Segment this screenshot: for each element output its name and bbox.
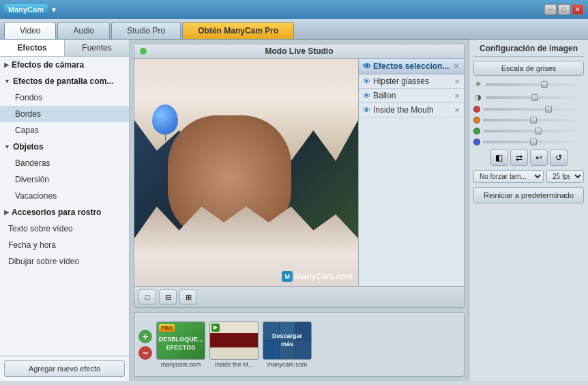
video-preview[interactable]: M ManyCam.com [134,59,358,286]
teeth-bot-thumb [210,347,258,358]
orange-track[interactable] [483,119,584,122]
tab-pro[interactable]: Obtén ManyCam Pro [182,22,294,39]
blue-dot [473,139,480,145]
brightness-track[interactable] [486,83,584,86]
effects-panel-header: 👁 Efectos seleccion... ✕ [359,59,464,74]
title-bar: ManyCam ▼ — □ ✕ [0,0,588,19]
effects-panel: 👁 Efectos seleccion... ✕ 👁 Hipster glass… [358,59,464,286]
ctrl-btn-single[interactable]: □ [138,289,156,304]
effect-item-ballon: 👁 Ballon ✕ [359,89,464,103]
green-thumb[interactable] [535,128,542,134]
ctrl-btn-grid[interactable]: ⊞ [179,289,197,304]
watermark-icon: M [282,271,293,282]
effects-list: 👁 Hipster glasses ✕ 👁 Ballon ✕ [359,74,464,286]
thumb-label-pro: manycam.com [161,361,201,368]
watermark: M ManyCam.com [282,271,353,282]
maximize-button[interactable]: □ [558,4,570,15]
video-preview-image: M ManyCam.com [134,59,358,286]
thumb-img-download: Descargarmás [263,322,312,360]
effect-item-left-3: 👁 Inside the Mouth [363,105,434,115]
effect-remove-ballon[interactable]: ✕ [454,92,460,100]
effect-remove-mouth[interactable]: ✕ [454,106,460,114]
sidebar-item-banderas[interactable]: Banderas [0,155,129,171]
contrast-icon: ◑ [473,93,483,102]
sidebar-item-vacaciones[interactable]: Vacaciones [0,188,129,204]
body-area: Efectos Fuentes ▶ Efectos de cámara ▼ Ef… [0,40,588,381]
flip-v-button[interactable]: ⇄ [510,149,528,166]
red-track[interactable] [483,108,584,111]
sidebar-item-fecha[interactable]: Fecha y hora [0,237,129,253]
rotate-cw-button[interactable]: ↩ [530,149,548,166]
sidebar-item-fondos[interactable]: Fondos [0,89,129,106]
thumb-add-button[interactable]: + [138,330,152,343]
flip-h-button[interactable]: ◧ [490,149,508,166]
eye-icon: 👁 [363,61,371,71]
main-content: Modo Live Studio [130,40,469,381]
thumb-item-download[interactable]: Descargarmás manycam.com [263,322,312,368]
thumb-item-mouth[interactable]: ▶ Inside the M... [209,322,259,368]
rotate-ccw-button[interactable]: ↺ [550,149,568,166]
slider-green [473,128,584,134]
close-button[interactable]: ✕ [572,4,584,15]
thumb-remove-button[interactable]: − [138,346,152,360]
video-body: M ManyCam.com 👁 Efectos seleccion... ✕ [134,59,464,286]
effects-panel-close[interactable]: ✕ [453,61,460,71]
thumb-play-icon: ▶ [211,324,220,332]
fps-dropdown[interactable]: 25 fps [546,170,584,183]
sidebar-footer: Agregar nuevo efecto [0,356,129,381]
video-controls: □ ⊟ ⊞ [134,286,464,307]
triangle-icon-3: ▼ [4,143,10,150]
thumb-label-download: manycam.com [267,361,308,368]
add-effect-button[interactable]: Agregar nuevo efecto [4,360,125,377]
minimize-button[interactable]: — [544,4,557,15]
eye-icon-mouth[interactable]: 👁 [363,106,370,114]
sidebar-item-objects[interactable]: ▼ Objetos [0,139,129,155]
orange-thumb[interactable] [530,117,537,124]
thumb-item-pro[interactable]: PRO DESBLOQUE...EFECTOS manycam.com [156,322,205,368]
red-thumb[interactable] [545,106,552,113]
sidebar-tab-fuentes[interactable]: Fuentes [65,40,129,56]
blue-thumb[interactable] [530,139,537,145]
tab-audio[interactable]: Audio [57,22,110,39]
ctrl-btn-split[interactable]: ⊟ [159,289,177,304]
balloon [152,104,179,139]
effect-remove-hipster[interactable]: ✕ [454,78,460,85]
title-dropdown[interactable]: ▼ [50,6,57,14]
app-logo[interactable]: ManyCam [4,4,48,15]
pro-badge: PRO [159,324,175,332]
sidebar-item-capas[interactable]: Capas [0,122,129,139]
contrast-track[interactable] [486,96,584,99]
triangle-icon-4: ▶ [4,209,9,216]
sidebar-item-accessories[interactable]: ▶ Accesorios para rostro [0,204,129,220]
greyscale-button[interactable]: Escala de grises [473,61,584,76]
size-dropdown[interactable]: No forzar tam... [473,170,544,183]
sidebar-item-diversion[interactable]: Diversión [0,171,129,188]
orange-dot [473,117,480,124]
brightness-thumb[interactable] [541,81,548,88]
sidebar-item-texto[interactable]: Texto sobre vídeo [0,220,129,237]
sidebar-tab-efectos[interactable]: Efectos [0,40,65,56]
balloon-body [152,104,178,134]
reiniciar-button[interactable]: Reiniciar a predeterminado [473,187,584,203]
tab-studio[interactable]: Studio Pro [111,22,181,39]
thumb-add-remove: + − [138,330,152,360]
thumb-label-mouth: Inside the M... [215,361,254,368]
sidebar-item-screen-effects[interactable]: ▼ Efectos de pantalla com... [0,73,129,89]
eye-icon-hipster[interactable]: 👁 [363,77,370,85]
title-bar-left: ManyCam ▼ [4,4,57,15]
sidebar-content: ▶ Efectos de cámara ▼ Efectos de pantall… [0,57,129,356]
tab-video[interactable]: Video [4,22,56,39]
contrast-thumb[interactable] [531,94,538,101]
status-dot [140,48,147,55]
sidebar-item-camera-effects[interactable]: ▶ Efectos de cámara [0,57,129,73]
red-dot [473,106,480,113]
sidebar-tabs: Efectos Fuentes [0,40,129,57]
sidebar-item-bordes[interactable]: Bordes [0,106,129,122]
eye-icon-ballon[interactable]: 👁 [363,91,370,100]
sidebar-item-dibujar[interactable]: Dibujar sobre vídeo [0,253,129,270]
sidebar: Efectos Fuentes ▶ Efectos de cámara ▼ Ef… [0,40,130,381]
thumb-list: PRO DESBLOQUE...EFECTOS manycam.com ▶ [156,322,312,368]
blue-track[interactable] [483,141,584,143]
brightness-icon: ☀ [473,80,483,89]
green-track[interactable] [483,130,584,132]
